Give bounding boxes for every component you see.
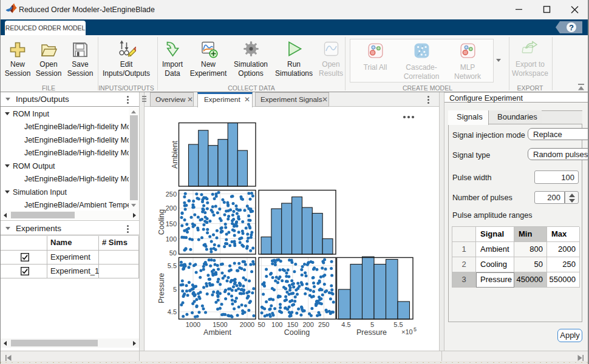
svg-text:Cooling: Cooling — [284, 328, 310, 337]
svg-text:50: 50 — [169, 249, 177, 257]
svg-text:Ambient: Ambient — [171, 141, 179, 169]
svg-text:150: 150 — [166, 220, 177, 228]
svg-text:150: 150 — [287, 321, 298, 328]
svg-text:250: 250 — [318, 321, 329, 328]
svg-text:5: 5 — [414, 326, 417, 332]
svg-text:Pressure: Pressure — [157, 273, 166, 303]
svg-text:250: 250 — [166, 190, 177, 198]
svg-text:200: 200 — [166, 204, 177, 212]
svg-text:Pressure: Pressure — [356, 328, 387, 337]
svg-text:×10: ×10 — [401, 328, 413, 335]
svg-text:Cooling: Cooling — [157, 209, 166, 235]
svg-text:5: 5 — [173, 286, 177, 293]
svg-text:2000: 2000 — [240, 321, 254, 328]
svg-text:4.5: 4.5 — [168, 308, 177, 315]
svg-text:4.5: 4.5 — [341, 321, 350, 328]
svg-text:5.5: 5.5 — [168, 262, 177, 269]
svg-text:1000: 1000 — [186, 321, 200, 328]
svg-text:?: ? — [569, 23, 574, 32]
svg-text:5.5: 5.5 — [393, 321, 403, 328]
svg-text:100: 100 — [166, 235, 177, 243]
svg-text:50: 50 — [257, 321, 265, 328]
svg-text:5: 5 — [370, 321, 374, 328]
svg-text:200: 200 — [302, 321, 313, 328]
svg-text:100: 100 — [271, 321, 282, 328]
svg-text:1500: 1500 — [213, 321, 227, 328]
svg-text:Ambient: Ambient — [203, 328, 231, 337]
